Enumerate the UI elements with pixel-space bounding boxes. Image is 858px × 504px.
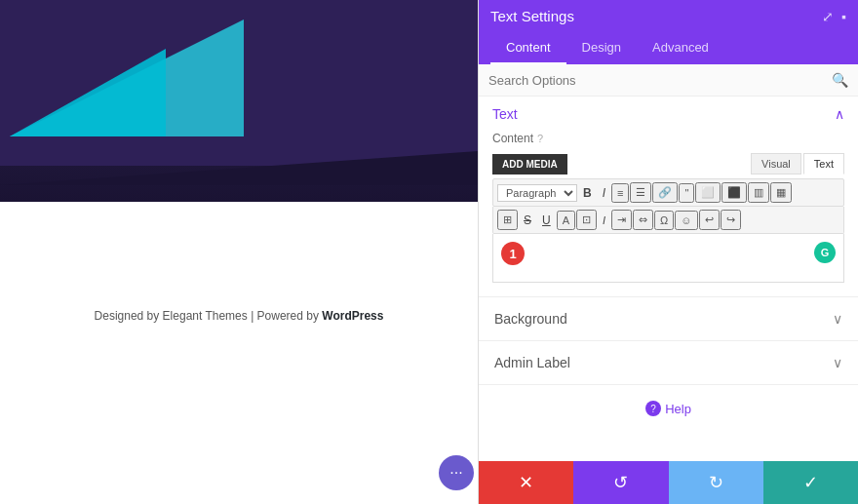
admin-label-text: Admin Label (494, 355, 570, 370)
grid-icon[interactable]: ▪ (841, 9, 846, 24)
editor-controls-row: ADD MEDIA Visual Text (492, 153, 844, 174)
align-right-button[interactable]: ▥ (748, 182, 769, 203)
text-section-header[interactable]: Text ∧ (479, 97, 858, 132)
font-color-button[interactable]: A (557, 211, 575, 230)
text-section-title: Text (492, 106, 518, 122)
background-label: Background (494, 311, 567, 327)
content-help-icon[interactable]: ? (537, 133, 543, 144)
toolbar-row-2: ⊞ S U A ⊡ I ⇥ ⇔ Ω ☺ ↩ ↪ (492, 207, 844, 234)
strikethrough-button[interactable]: S (519, 212, 536, 229)
text-section-chevron: ∧ (835, 106, 844, 122)
indent-button[interactable]: ⇥ (611, 210, 632, 230)
emoji-button[interactable]: ☺ (675, 211, 697, 230)
text-tab-button[interactable]: Text (803, 153, 844, 174)
grammarly-icon: G (814, 242, 836, 263)
text-section: Text ∧ Content ? ADD MEDIA Visual Text P (479, 97, 858, 297)
fab-button[interactable]: ··· (439, 455, 474, 490)
expand-icon[interactable]: ⤢ (822, 9, 834, 24)
panel-header-icons: ⤢ ▪ (822, 9, 846, 24)
content-label-text: Content (492, 132, 533, 145)
help-circle-icon: ? (645, 401, 661, 416)
undo-button[interactable]: ↺ (573, 461, 668, 504)
text-section-body: Content ? ADD MEDIA Visual Text Paragrap… (479, 132, 858, 296)
cancel-button[interactable]: ✕ (479, 461, 573, 504)
footer-separator: | (251, 309, 254, 323)
canvas-footer: Designed by Elegant Themes | Powered by … (0, 303, 478, 329)
background-chevron: ∨ (833, 311, 842, 327)
table-button[interactable]: ⊞ (497, 210, 518, 230)
visual-tab-button[interactable]: Visual (751, 153, 801, 174)
italic2-button[interactable]: I (598, 213, 610, 228)
add-media-button[interactable]: ADD MEDIA (492, 154, 567, 174)
footer-powered-by: Powered by (257, 309, 319, 323)
underline-button[interactable]: U (537, 212, 556, 229)
help-row: ? Help (479, 385, 858, 432)
admin-label-section[interactable]: Admin Label ∨ (479, 341, 858, 385)
footer-designed-by: Designed by (95, 309, 160, 323)
redo-editor-button[interactable]: ↪ (721, 210, 741, 230)
italic-button[interactable]: I (598, 184, 610, 202)
link-button[interactable]: 🔗 (652, 182, 678, 203)
fab-icon: ··· (449, 464, 462, 482)
bold-button[interactable]: B (578, 184, 597, 202)
panel-tabs: Content Design Advanced (479, 32, 858, 64)
special-chars-button[interactable]: Ω (654, 211, 674, 230)
align-justify-button[interactable]: ▦ (770, 182, 792, 203)
toolbar-row-1: Paragraph B I ≡ ☰ 🔗 " ⬜ ⬛ ▥ ▦ (492, 178, 844, 207)
fullscreen-button[interactable]: ⇔ (633, 210, 653, 230)
save-button[interactable]: ✓ (763, 461, 858, 504)
canvas-area: Designed by Elegant Themes | Powered by … (0, 0, 478, 504)
action-bar: ✕ ↺ ↻ ✓ (479, 461, 858, 504)
step-badge: 1 (501, 242, 525, 265)
panel-header: Text Settings ⤢ ▪ (479, 0, 858, 32)
unordered-list-button[interactable]: ≡ (611, 183, 629, 203)
blockquote-button[interactable]: " (679, 183, 694, 203)
paste-button[interactable]: ⊡ (576, 210, 597, 230)
footer-wordpress: WordPress (322, 309, 383, 323)
admin-label-chevron: ∨ (833, 355, 842, 370)
editor-area[interactable]: 1 G (492, 234, 844, 283)
ordered-list-button[interactable]: ☰ (630, 182, 651, 203)
tab-content[interactable]: Content (490, 32, 566, 64)
align-center-button[interactable]: ⬛ (722, 182, 747, 203)
help-link[interactable]: ? Help (494, 401, 842, 416)
redo-button[interactable]: ↻ (669, 461, 763, 504)
panel-content: Text ∧ Content ? ADD MEDIA Visual Text P (479, 97, 858, 461)
search-input[interactable] (488, 73, 832, 88)
background-section[interactable]: Background ∨ (479, 297, 858, 341)
undo-editor-button[interactable]: ↩ (699, 210, 720, 230)
paragraph-select[interactable]: Paragraph (497, 184, 577, 202)
svg-marker-1 (10, 49, 166, 136)
content-label: Content ? (492, 132, 844, 145)
tab-advanced[interactable]: Advanced (637, 32, 724, 64)
tab-design[interactable]: Design (566, 32, 637, 64)
settings-panel: Text Settings ⤢ ▪ Content Design Advance… (478, 0, 858, 504)
search-bar: 🔍 (479, 64, 858, 97)
footer-brand: Elegant Themes (163, 309, 248, 323)
search-icon: 🔍 (832, 72, 848, 88)
align-left-button[interactable]: ⬜ (695, 182, 721, 203)
panel-title: Text Settings (490, 8, 574, 24)
help-link-text: Help (665, 402, 691, 416)
